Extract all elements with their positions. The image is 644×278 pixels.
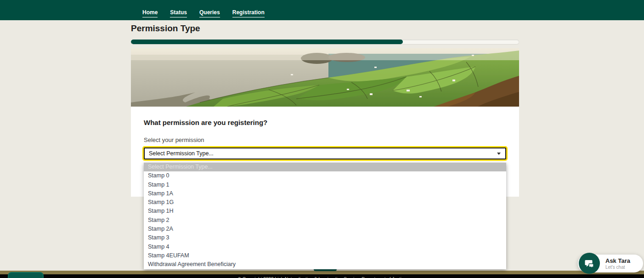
page: { "nav": { "items": ["Home", "Status", "… (0, 0, 644, 278)
dropdown-option[interactable]: Withdrawal Agreement Beneficiary (144, 260, 506, 269)
dropdown-option[interactable]: Stamp 0 (144, 171, 506, 180)
footer-copyright-bar: © Copyright 2022 Irish Naturalisation & … (0, 274, 644, 278)
dropdown-option[interactable]: Stamp 3 (144, 233, 506, 242)
dropdown-option[interactable]: Stamp 1A (144, 189, 506, 198)
chat-title: Ask Tara (605, 257, 630, 264)
permission-select-value: Select Permission Type... (149, 150, 497, 157)
progress-bar (131, 40, 519, 44)
chat-bubbles-icon (579, 253, 600, 274)
dropdown-option[interactable]: Stamp 1H (144, 207, 506, 216)
nav-link[interactable]: Status (170, 9, 187, 17)
permission-select[interactable]: Select Permission Type... (144, 148, 506, 159)
main-header: HomeStatusQueriesRegistration (0, 0, 644, 20)
dropdown-option[interactable]: Select Permission Type... (144, 163, 506, 171)
chat-text: Ask Tara Let's chat (605, 257, 630, 270)
nav-link[interactable]: Home (142, 9, 158, 17)
hero-image (131, 48, 519, 107)
dropdown-option[interactable]: Stamp 4 (144, 243, 506, 251)
dropdown-option[interactable]: Stamp 2A (144, 225, 506, 233)
main-content: Permission Type (131, 23, 519, 197)
dropdown-option[interactable]: Stamp 1 (144, 181, 506, 189)
form-question: What permission are you registering? (144, 119, 506, 126)
dropdown-option[interactable]: Stamp 1G (144, 198, 506, 207)
main-nav: HomeStatusQueriesRegistration (142, 9, 265, 17)
chat-widget[interactable]: Ask Tara Let's chat (578, 255, 643, 272)
permission-dropdown: Select Permission Type...Stamp 0Stamp 1S… (144, 163, 506, 269)
chat-subtitle: Let's chat (605, 265, 630, 270)
nav-link[interactable]: Registration (232, 9, 265, 17)
footer-bar (0, 271, 644, 274)
dropdown-option[interactable]: Stamp 4EUFAM (144, 251, 506, 260)
nav-link[interactable]: Queries (199, 9, 220, 17)
chevron-down-icon (497, 153, 501, 155)
cookie-settings-button[interactable] (8, 272, 44, 278)
permission-select-wrap: Select Permission Type... Select Permiss… (144, 148, 506, 159)
permission-form-card: What permission are you registering? Sel… (131, 107, 519, 197)
select-label: Select your permission (144, 136, 506, 143)
page-title: Permission Type (131, 23, 519, 34)
progress-fill (131, 40, 403, 44)
dropdown-option[interactable]: Stamp 2 (144, 216, 506, 225)
